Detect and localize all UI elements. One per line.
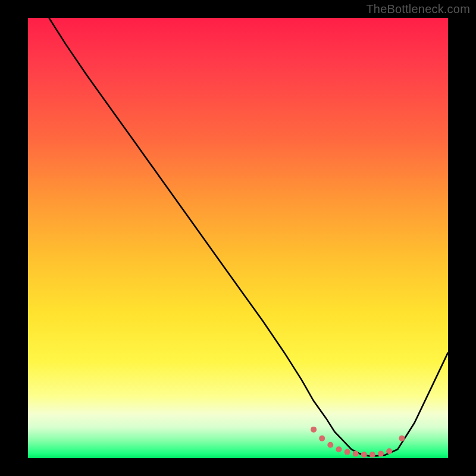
chart-svg [28, 18, 448, 458]
curve-marker [319, 436, 325, 441]
curve-marker [336, 446, 342, 452]
curve-marker [361, 452, 367, 458]
bottleneck-curve [49, 18, 448, 458]
curve-marker [369, 452, 375, 458]
curve-marker [399, 436, 405, 441]
curve-markers [311, 427, 405, 458]
curve-marker [386, 448, 392, 454]
curve-line [49, 18, 448, 456]
watermark-text: TheBottleneck.com [366, 2, 470, 16]
curve-marker [327, 442, 333, 448]
curve-marker [353, 451, 359, 457]
curve-marker [345, 449, 350, 455]
chart-area [28, 18, 448, 458]
curve-marker [311, 427, 317, 433]
curve-marker [378, 451, 384, 457]
